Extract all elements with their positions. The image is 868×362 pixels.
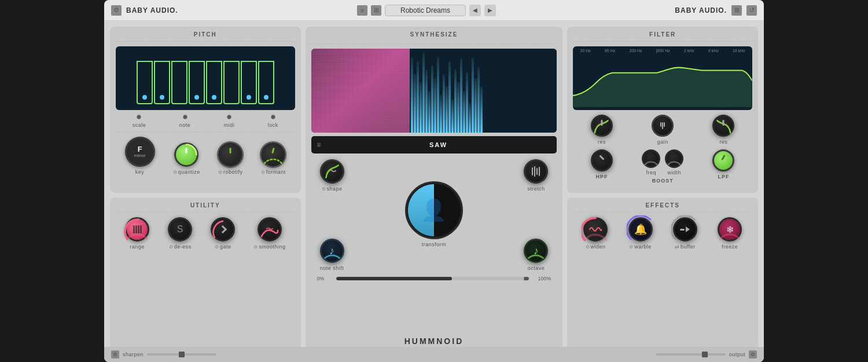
filter-freq-labels: 20 Hz 60 Hz 200 Hz |600 Hz 2 kHz 6 kHz 1…: [573, 49, 752, 53]
spectrogram-noise: [311, 49, 410, 133]
quantize-knob[interactable]: [174, 142, 198, 167]
progress-end-label: 100%: [534, 276, 551, 281]
robotify-knob[interactable]: [218, 142, 242, 167]
range-knob[interactable]: [125, 217, 149, 242]
pitch-controls: scale note midi lock: [116, 115, 295, 128]
piano-key-4[interactable]: [189, 61, 205, 104]
shape-knob[interactable]: 〜: [320, 159, 344, 184]
buffer-knob-group: ⇄ buffer: [673, 217, 697, 250]
lpf-label: LPF: [718, 174, 729, 180]
transform-knob[interactable]: 👤: [405, 181, 463, 239]
lock-dot: [271, 115, 275, 119]
key-dot-8: [264, 95, 269, 100]
title-bar-center: ≡ ⊞ Robotic Dreams ◀ ▶: [357, 5, 496, 16]
range-label: range: [130, 244, 145, 250]
warble-gear-icon: ⚙: [629, 244, 633, 250]
output-slider[interactable]: [656, 353, 726, 356]
filter-panel: FILTER 20 Hz 60 Hz 200 Hz |600 Hz 2 kHz …: [567, 27, 758, 193]
grid-view-icon[interactable]: ⊞: [371, 5, 381, 16]
boost-freq-knob[interactable]: [642, 149, 660, 168]
de-ess-knob[interactable]: S: [168, 217, 192, 242]
progress-track[interactable]: [336, 277, 529, 280]
piano-key-3[interactable]: [171, 61, 187, 104]
hpf-section: res HPF: [573, 115, 630, 184]
lpf-res-knob[interactable]: [712, 115, 734, 137]
widen-label: widen: [591, 244, 606, 250]
boost-gain-knob[interactable]: [652, 115, 674, 137]
synthesize-panel: SYNTHESIZE: [306, 27, 563, 356]
octave-knob[interactable]: ♪: [524, 239, 548, 263]
lpf-knob[interactable]: [712, 149, 734, 171]
freeze-knob-group: ❄ freeze: [718, 217, 742, 250]
effects-panel: EFFECTS ⚙ widen: [567, 198, 758, 356]
sharpen-slider[interactable]: [147, 353, 216, 356]
scale-label: scale: [133, 122, 146, 128]
layers-icon[interactable]: ⊞: [731, 5, 742, 16]
warble-knob[interactable]: 🔔: [628, 217, 653, 242]
lock-indicator[interactable]: lock: [268, 115, 278, 128]
next-preset-button[interactable]: ▶: [484, 5, 496, 16]
prev-preset-button[interactable]: ◀: [469, 5, 481, 16]
boost-section: gain freq: [634, 115, 692, 184]
output-gear-icon[interactable]: ⚙: [749, 350, 757, 359]
smoothing-knob[interactable]: 〜: [258, 217, 282, 242]
waveform-menu-icon[interactable]: ≡: [317, 141, 321, 149]
freeze-knob[interactable]: ❄: [718, 217, 742, 242]
piano-display: [116, 46, 295, 110]
preset-name[interactable]: Robotic Dreams: [385, 5, 466, 16]
boost-width-knob[interactable]: [665, 149, 683, 168]
smoothing-knob-group: 〜 ⚙ smoothing: [253, 217, 285, 250]
piano-key-6[interactable]: [223, 61, 240, 104]
scale-indicator[interactable]: scale: [133, 115, 146, 128]
sharpen-thumb[interactable]: [179, 352, 185, 357]
widen-knob[interactable]: [583, 217, 608, 242]
widen-label-group: ⚙ widen: [586, 244, 606, 250]
formant-knob[interactable]: [261, 142, 285, 167]
stretch-knob[interactable]: [524, 159, 548, 184]
sharpen-label: sharpen: [123, 352, 144, 357]
note-shift-knob[interactable]: ♪: [320, 239, 344, 263]
pitch-knobs: F minor key ⚙ quantize: [116, 137, 295, 175]
quantize-label: quantize: [178, 169, 200, 175]
piano-key-5[interactable]: [206, 61, 222, 104]
lock-label: lock: [268, 122, 278, 128]
utility-title: UTILITY: [116, 202, 295, 209]
hummnoid-logo: HUMMNOID: [404, 337, 464, 346]
piano-key-7[interactable]: [241, 61, 257, 104]
hpf-res-knob[interactable]: [591, 115, 613, 137]
synth-main-area: 〜 ⚙ shape: [311, 159, 557, 350]
quantize-knob-group: ⚙ quantize: [173, 142, 200, 175]
buffer-link-icon: ⇄: [675, 244, 679, 250]
gate-knob[interactable]: [211, 217, 235, 242]
refresh-icon[interactable]: ↺: [746, 5, 757, 16]
gate-gear-icon: ⚙: [215, 244, 219, 250]
widen-knob-group: ⚙ widen: [583, 217, 608, 250]
note-indicator[interactable]: note: [179, 115, 191, 128]
buffer-knob[interactable]: [673, 217, 697, 242]
widen-gear-icon: ⚙: [586, 244, 590, 250]
svg-point-0: [321, 160, 343, 183]
piano-key-1[interactable]: [137, 61, 153, 104]
boost-freq-label: freq: [646, 170, 656, 175]
warble-knob-group: 🔔 ⚙ warble: [628, 217, 653, 250]
note-shift-label: note shift: [320, 265, 344, 271]
midi-indicator[interactable]: midi: [224, 115, 235, 128]
key-dot-1: [142, 95, 147, 100]
piano-key-2[interactable]: [154, 61, 170, 104]
progress-thumb[interactable]: [524, 277, 529, 280]
robotify-label-group: ⚙ robotify: [218, 169, 243, 175]
boost-freq-width-row: freq width: [642, 149, 683, 175]
output-thumb[interactable]: [702, 352, 708, 357]
boost-gain-label: gain: [657, 139, 668, 145]
filter-controls: res HPF gain: [573, 115, 752, 184]
lpf-main-indicator: [722, 155, 726, 160]
hpf-knob[interactable]: [591, 149, 613, 171]
waveform-selector[interactable]: ≡ SAW: [311, 136, 557, 153]
synthesize-title: SYNTHESIZE: [311, 31, 557, 38]
piano-key-8[interactable]: [258, 61, 274, 104]
list-view-icon[interactable]: ≡: [357, 5, 367, 16]
key-knob[interactable]: F minor: [125, 137, 155, 167]
boost-label: BOOST: [652, 178, 674, 184]
spectrogram-content: [311, 49, 557, 133]
settings-icon[interactable]: ⚙: [111, 5, 122, 16]
